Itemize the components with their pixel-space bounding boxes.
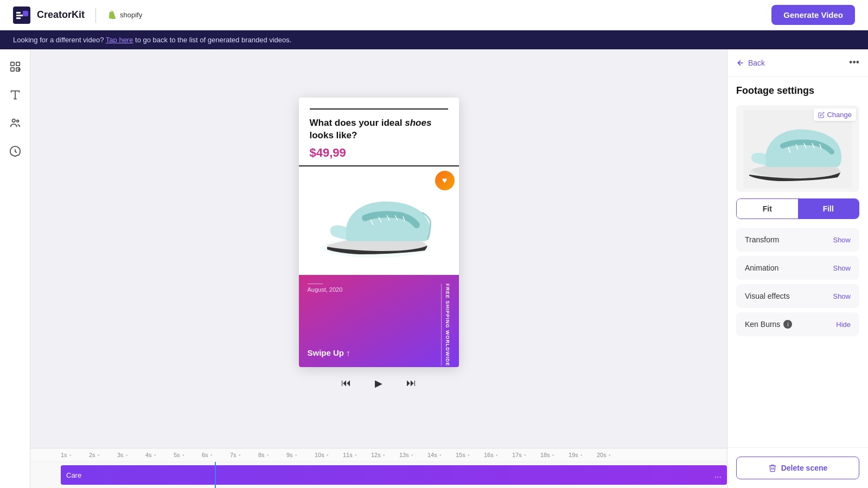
headline-suffix: looks like? — [310, 130, 358, 140]
timeline-area: 1s•2s•3s•4s•5s•6s•7s•8s•9s•10s•11s•12s•1… — [30, 448, 727, 488]
tap-here-link[interactable]: Tap here — [106, 36, 133, 44]
ken-burns-row: Ken Burns i Hide — [736, 312, 859, 336]
ruler-tick: 4s• — [145, 452, 174, 458]
logo-text: CreatorKit — [37, 9, 85, 21]
back-arrow-icon — [736, 59, 745, 67]
more-options-button[interactable]: ••• — [849, 57, 859, 68]
logo-divider — [95, 8, 96, 23]
heart-icon: ♥ — [442, 176, 448, 185]
track-bar[interactable]: Care ... — [61, 465, 727, 485]
ruler-tick: 16s• — [484, 452, 512, 458]
shopify-label: shopify — [120, 11, 142, 19]
footage-shoe-image — [744, 110, 852, 188]
ruler-tick: 19s• — [569, 452, 597, 458]
ruler-tick: 13s• — [399, 452, 427, 458]
ruler-tick: 11s• — [343, 452, 371, 458]
infobar-prefix: Looking for a different video? — [13, 36, 104, 44]
creatorkit-logo-icon — [13, 7, 30, 24]
ruler-tick: 3s• — [117, 452, 145, 458]
transform-show-button[interactable]: Show — [833, 236, 851, 244]
ken-burns-info-icon[interactable]: i — [783, 320, 792, 329]
logo-area: CreatorKit shopify — [13, 7, 142, 24]
delete-scene-label: Delete scene — [781, 464, 828, 472]
frame-divider-line — [310, 108, 448, 110]
change-image-button[interactable]: Change — [814, 108, 856, 121]
ruler-tick: 8s• — [258, 452, 286, 458]
frame-top-section: What does your ideal shoes looks like? $… — [299, 98, 459, 166]
animation-label: Animation — [745, 264, 778, 272]
play-button[interactable]: ▶ — [369, 374, 388, 393]
animation-row: Animation Show — [736, 256, 859, 280]
ruler-tick: 7s• — [230, 452, 258, 458]
ruler-tick: 2s• — [89, 452, 117, 458]
sticker-icon[interactable] — [7, 143, 24, 160]
infobar: Looking for a different video? Tap here … — [0, 30, 868, 49]
track-label: Care — [66, 471, 81, 479]
frame-bottom-section: August, 2020 FREE SHIPPING WORLDWIDE Swi… — [299, 275, 459, 367]
ruler-tick: 10s• — [315, 452, 343, 458]
visual-effects-label: Visual effects — [745, 292, 790, 300]
trash-icon — [768, 464, 777, 472]
frame-headline: What does your ideal shoes looks like? — [310, 117, 448, 141]
track-options-button[interactable]: ... — [714, 470, 722, 480]
headline-italic: shoes — [405, 118, 431, 128]
date-line — [308, 284, 323, 284]
people-icon[interactable] — [7, 114, 24, 132]
fit-fill-toggle: Fit Fill — [736, 198, 859, 219]
frame-shipping: FREE SHIPPING WORLDWIDE — [441, 284, 450, 367]
left-sidebar — [0, 49, 30, 488]
svg-rect-1 — [23, 11, 28, 16]
topbar: CreatorKit shopify Generate Video — [0, 0, 868, 30]
ken-burns-label: Ken Burns — [745, 320, 780, 329]
panel-footer: Delete scene — [727, 447, 868, 488]
ruler-tick: 17s• — [512, 452, 540, 458]
add-scene-icon[interactable] — [7, 58, 24, 75]
ruler-tick: 6s• — [202, 452, 230, 458]
svg-rect-3 — [16, 62, 19, 66]
timeline-track: Care ... — [30, 462, 727, 488]
playback-controls: ⏮ ▶ ⏭ — [336, 367, 421, 400]
shoe-image — [316, 177, 441, 264]
shopify-icon — [107, 10, 117, 20]
animation-show-button[interactable]: Show — [833, 264, 851, 272]
visual-effects-show-button[interactable]: Show — [833, 292, 851, 300]
forward-button[interactable]: ⏭ — [401, 374, 421, 393]
ruler-tick: 9s• — [286, 452, 315, 458]
transform-label: Transform — [745, 235, 779, 244]
generate-video-button[interactable]: Generate Video — [771, 5, 855, 25]
canvas-area: What does your ideal shoes looks like? $… — [30, 49, 727, 488]
fill-button[interactable]: Fill — [798, 199, 859, 219]
infobar-suffix: to go back to the list of generated bran… — [135, 36, 291, 44]
fit-button[interactable]: Fit — [737, 199, 798, 219]
ruler-tick: 18s• — [540, 452, 569, 458]
text-icon[interactable] — [7, 86, 24, 104]
frame-date: August, 2020 — [308, 286, 450, 293]
frame-price: $49,99 — [310, 146, 448, 160]
heart-badge[interactable]: ♥ — [435, 171, 455, 190]
transform-row: Transform Show — [736, 228, 859, 252]
main-area: What does your ideal shoes looks like? $… — [0, 49, 868, 488]
shopify-badge: shopify — [107, 10, 142, 20]
ruler-tick: 12s• — [371, 452, 399, 458]
ruler-tick: 14s• — [427, 452, 456, 458]
video-frame: What does your ideal shoes looks like? $… — [299, 98, 459, 367]
ken-burns-hide-button[interactable]: Hide — [836, 320, 851, 329]
ruler-tick: 15s• — [456, 452, 484, 458]
playhead — [215, 462, 216, 488]
delete-scene-button[interactable]: Delete scene — [736, 457, 859, 479]
timeline-ruler: 1s•2s•3s•4s•5s•6s•7s•8s•9s•10s•11s•12s•1… — [30, 448, 727, 462]
edit-icon — [818, 112, 825, 118]
svg-rect-4 — [10, 68, 14, 71]
back-button[interactable]: Back — [736, 59, 765, 67]
ruler-tick: 5s• — [174, 452, 202, 458]
footage-preview: Change — [727, 101, 868, 198]
headline-prefix: What does your ideal — [310, 118, 405, 128]
rewind-button[interactable]: ⏮ — [336, 374, 356, 393]
svg-rect-2 — [10, 62, 14, 66]
visual-effects-row: Visual effects Show — [736, 284, 859, 308]
back-label: Back — [748, 59, 765, 67]
shoe-area: ♥ — [299, 166, 459, 275]
svg-point-8 — [12, 119, 15, 123]
ruler-tick: 20s• — [597, 452, 625, 458]
ruler-tick: 1s• — [61, 452, 89, 458]
